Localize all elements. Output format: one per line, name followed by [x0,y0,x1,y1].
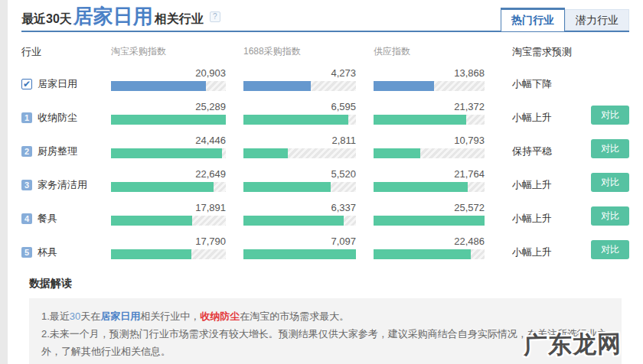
taobao-index-bar: 22,649 [111,168,226,192]
table-row: 5 杯具 17,790 7,097 22,486 小幅上升 对比 [21,232,629,266]
compare-button[interactable]: 对比 [591,206,629,226]
1688-index-bar: 7,097 [243,236,356,259]
1688-index-bar: 2,811 [243,135,356,158]
bar-fill [374,216,485,226]
industry-analysis-panel: 最近30天 居家日用 相关行业 ? 热门行业 潜力行业 行业 淘宝采购指数 16… [0,0,643,364]
header: 最近30天 居家日用 相关行业 ? 热门行业 潜力行业 [21,0,629,32]
site-watermark: 广东龙网 [524,328,622,362]
table-row: 2 厨房整理 24,446 2,811 10,793 保持平稳 对比 [21,132,629,165]
taobao-index-value: 22,649 [111,168,226,180]
taobao-index-bar: 24,446 [111,135,226,158]
tab-hot-industries[interactable]: 热门行业 [501,8,565,32]
bar-track [111,115,226,125]
bar-track [111,81,226,91]
supply-index-bar: 21,764 [374,168,485,192]
bar-track [243,115,356,125]
bar-fill [111,115,226,125]
taobao-index-bar: 25,289 [111,101,226,125]
bar-track [374,115,485,125]
bar-track [374,216,485,226]
compare-cell: 对比 [591,106,629,125]
rank-badge: 4 [21,213,32,224]
taobao-index-bar: 20,903 [111,67,226,91]
1688-index-value: 2,811 [243,135,356,146]
bar-fill [111,182,214,192]
supply-index-bar: 22,486 [374,236,485,259]
compare-button[interactable]: 对比 [591,173,629,192]
industry-name: 厨房整理 [38,145,77,158]
industry-cell: 1 收纳防尘 [21,111,111,125]
bar-fill [243,148,288,158]
industry-cell: ✔ 居家日用 [21,77,111,91]
industry-checkbox-checked-icon[interactable]: ✔ [21,79,32,89]
1688-index-bar: 5,520 [243,168,356,192]
table-row: 1 收纳防尘 25,289 6,595 21,372 小幅上升 对比 [21,98,629,132]
industry-name: 收纳防尘 [38,111,77,125]
taobao-index-value: 20,903 [111,67,226,79]
forecast-label: 小幅上升 [506,178,583,192]
taobao-index-bar: 17,790 [111,236,226,259]
bar-track [243,182,356,192]
bar-track [374,81,485,91]
compare-cell: 对比 [591,139,629,158]
tab-potential-industries[interactable]: 潜力行业 [565,9,629,31]
bar-track [111,216,226,226]
interpretation-line-1: 1.最近30天在居家日用相关行业中，收纳防尘在淘宝的市场需求最大。 [41,307,609,325]
forecast-label: 保持平稳 [506,145,583,158]
bar-fill [243,81,311,91]
column-header-taobao-index: 淘宝采购指数 [111,45,226,59]
rank-badge: 2 [21,146,32,157]
rank-badge: 3 [21,180,32,190]
table-row: 4 餐具 17,891 6,337 25,572 小幅上升 对比 [21,199,629,232]
keyword-industry: 居家日用 [100,310,140,322]
bar-track [111,249,226,259]
supply-index-value: 10,793 [374,135,485,146]
forecast-label: 小幅上升 [506,212,583,226]
taobao-index-value: 25,289 [111,101,226,112]
industry-name: 杯具 [38,245,57,259]
bar-fill [374,249,471,259]
bar-fill [374,148,420,158]
industry-table: ✔ 居家日用 20,903 4,273 13,868 小幅下降 1 收纳防尘 2… [21,64,629,266]
supply-index-bar: 25,572 [374,202,485,226]
1688-index-bar: 6,337 [243,202,356,226]
compare-cell: 对比 [591,240,629,259]
1688-index-bar: 6,595 [243,101,356,125]
taobao-index-value: 17,790 [111,236,226,247]
bar-track [243,81,356,91]
supply-index-value: 25,572 [374,202,485,213]
bar-fill [243,249,356,259]
tab-bar: 热门行业 潜力行业 [501,8,629,32]
bar-track [111,182,226,192]
bar-track [374,182,485,192]
bar-track [111,148,226,158]
column-header-supply-index: 供应指数 [374,45,485,59]
page-title: 最近30天 居家日用 相关行业 ? [21,6,220,28]
title-prefix: 最近30天 [21,11,72,28]
bar-fill [374,115,466,125]
help-icon[interactable]: ? [210,11,220,22]
taobao-index-value: 24,446 [111,135,226,146]
bar-fill [374,81,434,91]
left-gutter [0,0,8,364]
taobao-index-value: 17,891 [111,202,226,213]
title-suffix: 相关行业 [155,11,204,28]
1688-index-value: 4,273 [243,67,356,79]
1688-index-value: 5,520 [243,168,356,180]
supply-index-bar: 13,868 [374,67,485,91]
bar-fill [243,182,331,192]
forecast-label: 小幅下降 [506,77,583,91]
rank-badge: 1 [21,112,32,123]
compare-button[interactable]: 对比 [591,139,629,158]
title-keyword: 居家日用 [73,6,153,26]
compare-button[interactable]: 对比 [591,106,629,125]
interpretation-title: 数据解读 [29,277,622,291]
supply-index-value: 21,372 [374,101,485,112]
column-header-forecast: 淘宝需求预测 [506,45,583,59]
bar-fill [111,216,192,226]
bar-fill [243,115,348,125]
compare-button[interactable]: 对比 [591,240,629,259]
bar-track [243,148,356,158]
table-row: 3 家务清洁用 22,649 5,520 21,764 小幅上升 对比 [21,165,629,199]
bar-fill [374,182,468,192]
